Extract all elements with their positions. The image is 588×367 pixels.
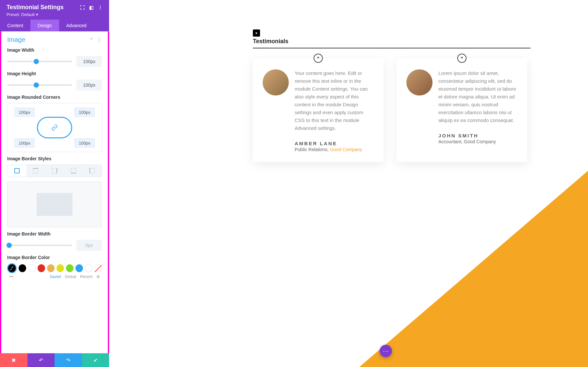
corner-bl-input[interactable] — [14, 138, 35, 148]
preview-canvas: ▾ Testimonials ” Your content goes here.… — [109, 0, 588, 367]
color-swatches — [7, 263, 102, 273]
more-icon[interactable]: ⋮ — [98, 5, 103, 10]
avatar — [406, 69, 433, 96]
rounded-corners-control — [7, 103, 102, 152]
image-height-input[interactable] — [76, 79, 102, 91]
tab-content[interactable]: Content — [0, 20, 30, 31]
corner-tl-input[interactable] — [14, 107, 35, 117]
undo-button[interactable]: ↶ — [27, 353, 55, 367]
close-button[interactable]: ✖ — [0, 353, 27, 367]
collapse-icon[interactable]: ⌃ — [90, 37, 93, 43]
border-preview — [7, 182, 102, 227]
author-name: JOHN SMITH — [438, 133, 517, 138]
corner-tr-input[interactable] — [74, 107, 95, 117]
swatch-yellow[interactable] — [57, 264, 64, 272]
border-width-slider[interactable] — [7, 245, 72, 246]
image-width-label: Image Width — [7, 47, 102, 53]
redo-button[interactable]: ↷ — [55, 353, 82, 367]
company-text: Good Company — [464, 139, 496, 144]
company-link[interactable]: Good Company — [330, 147, 362, 152]
rounded-corners-label: Image Rounded Corners — [7, 95, 102, 100]
image-height-slider[interactable] — [7, 84, 72, 86]
swatch-white-2[interactable] — [85, 264, 92, 272]
swatch-red[interactable] — [38, 264, 45, 272]
tab-advanced[interactable]: Advanced — [59, 20, 94, 31]
dock-icon[interactable]: ◧ — [89, 5, 93, 10]
footer-gear-icon[interactable]: ⚙ — [96, 274, 100, 279]
panel-tabs: Content Design Advanced — [0, 20, 109, 31]
testimonial-text[interactable]: Lorem ipsum dolor sit amet, consectetur … — [438, 69, 517, 124]
avatar — [263, 69, 289, 96]
tab-design[interactable]: Design — [30, 20, 59, 31]
more-dots-icon[interactable]: ••• — [9, 274, 13, 279]
testimonial-cards: ” Your content goes here. Edit or remove… — [253, 58, 527, 162]
panel-footer: ✖ ↶ ↷ ✔ — [0, 353, 109, 367]
color-picker-button[interactable] — [7, 263, 17, 273]
border-color-label: Image Border Color — [7, 255, 102, 260]
background-triangle — [359, 171, 588, 367]
section-heading: Testimonials — [253, 38, 288, 45]
link-corners-toggle[interactable] — [37, 117, 72, 138]
image-height-label: Image Height — [7, 71, 102, 76]
border-styles-label: Image Border Styles — [7, 156, 102, 161]
swatch-green[interactable] — [66, 264, 74, 272]
author-role: Accountant, Good Company — [438, 139, 517, 144]
eyedropper-icon — [9, 266, 14, 271]
testimonial-card[interactable]: ” Lorem ipsum dolor sit amet, consectetu… — [397, 58, 527, 162]
corner-br-input[interactable] — [74, 138, 95, 148]
section-title[interactable]: Image — [7, 36, 25, 44]
author-name: AMBER LANE — [295, 141, 374, 146]
section-divider — [253, 48, 531, 48]
link-icon — [51, 124, 58, 131]
settings-scroll[interactable]: Image ⌃ ⋮ Image Width Image Height Image… — [0, 31, 109, 353]
swatch-white[interactable] — [28, 264, 36, 272]
swatch-blue[interactable] — [75, 264, 83, 272]
footer-tab-recent[interactable]: Recent — [80, 274, 92, 279]
border-style-all[interactable] — [8, 165, 26, 177]
builder-fab[interactable]: ⋯ — [380, 345, 392, 357]
quote-icon: ” — [457, 54, 466, 63]
border-style-right[interactable] — [45, 165, 64, 177]
testimonial-card[interactable]: ” Your content goes here. Edit or remove… — [253, 58, 384, 162]
expand-icon[interactable]: ⛶ — [80, 5, 85, 10]
panel-title: Testimonial Settings — [7, 4, 64, 11]
preset-dropdown[interactable]: Preset: Default ▾ — [7, 12, 103, 17]
panel-header: Testimonial Settings ⛶ ◧ ⋮ Preset: Defau… — [0, 0, 109, 20]
border-width-input[interactable] — [76, 240, 102, 251]
swatch-orange[interactable] — [47, 264, 55, 272]
save-button[interactable]: ✔ — [82, 353, 109, 367]
image-width-slider[interactable] — [7, 61, 72, 62]
author-role: Public Relations, Good Company — [295, 147, 374, 152]
swatch-black[interactable] — [19, 264, 26, 272]
color-tabs-footer: ••• Saved Global Recent ⚙ — [7, 273, 102, 280]
image-width-input[interactable] — [76, 56, 102, 67]
border-style-top[interactable] — [26, 165, 45, 177]
border-style-bottom[interactable] — [64, 165, 83, 177]
swatch-none[interactable] — [94, 264, 102, 272]
settings-panel: Testimonial Settings ⛶ ◧ ⋮ Preset: Defau… — [0, 0, 109, 367]
section-dropdown-icon[interactable]: ▾ — [253, 29, 260, 37]
section-more-icon[interactable]: ⋮ — [97, 37, 102, 43]
footer-tab-saved[interactable]: Saved — [50, 274, 61, 279]
footer-tab-global[interactable]: Global — [65, 274, 76, 279]
quote-icon: ” — [314, 54, 323, 63]
border-width-label: Image Border Width — [7, 231, 102, 236]
border-style-left[interactable] — [83, 165, 102, 177]
testimonial-text[interactable]: Your content goes here. Edit or remove t… — [295, 69, 374, 132]
border-styles-row — [7, 165, 102, 177]
